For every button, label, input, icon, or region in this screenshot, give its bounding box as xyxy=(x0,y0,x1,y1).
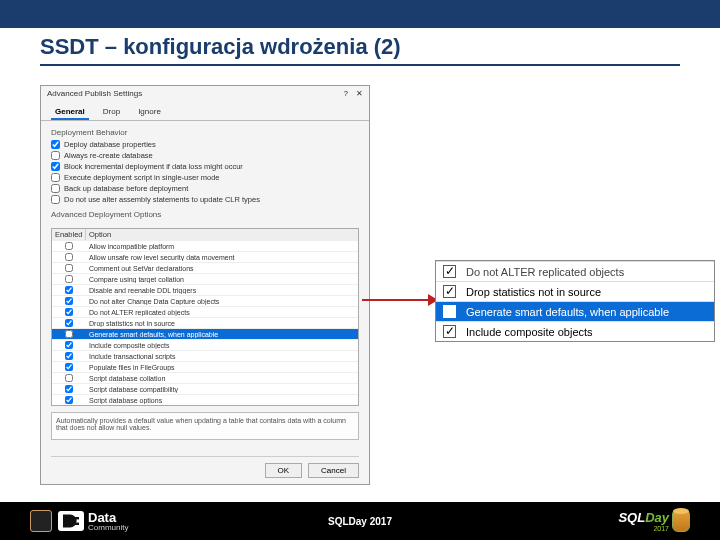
option-label: Script database options xyxy=(86,397,358,404)
behavior-label: Do not use alter assembly statements to … xyxy=(64,195,260,204)
option-row[interactable]: Comment out SetVar declarations xyxy=(52,262,358,273)
option-label: Script database collation xyxy=(86,375,358,382)
behavior-checkbox[interactable] xyxy=(51,151,60,160)
database-icon xyxy=(672,510,690,532)
option-row[interactable]: Include composite objects xyxy=(52,339,358,350)
behavior-label: Back up database before deployment xyxy=(64,184,188,193)
behavior-checkbox[interactable] xyxy=(51,140,60,149)
behavior-row: Always re-create database xyxy=(51,151,359,160)
behavior-checkbox[interactable] xyxy=(51,173,60,182)
option-row[interactable]: Script database compatibility xyxy=(52,383,358,394)
option-label: Allow unsafe row level security data mov… xyxy=(86,254,358,261)
zoom-label: Generate smart defaults, when applicable xyxy=(462,306,714,318)
zoom-checkbox[interactable] xyxy=(443,285,456,298)
behavior-label: Execute deployment script in single-user… xyxy=(64,173,220,182)
section-advanced-label: Advanced Deployment Options xyxy=(51,210,359,219)
th-enabled: Enabled xyxy=(52,229,86,240)
option-row[interactable]: Generate smart defaults, when applicable xyxy=(52,328,358,339)
option-checkbox[interactable] xyxy=(65,308,73,316)
slide-title: SSDT – konfiguracja wdrożenia (2) xyxy=(0,28,720,60)
option-checkbox[interactable] xyxy=(65,264,73,272)
option-checkbox[interactable] xyxy=(65,352,73,360)
zoom-row[interactable]: Do not ALTER replicated objects xyxy=(436,261,714,281)
option-row[interactable]: Include transactional scripts xyxy=(52,350,358,361)
option-checkbox[interactable] xyxy=(65,253,73,261)
option-label: Comment out SetVar declarations xyxy=(86,265,358,272)
option-checkbox[interactable] xyxy=(65,319,73,327)
slide-top-bar xyxy=(0,0,720,28)
option-checkbox[interactable] xyxy=(65,396,73,404)
option-label: Compare using target collation xyxy=(86,276,358,283)
option-checkbox[interactable] xyxy=(65,286,73,294)
behavior-row: Back up database before deployment xyxy=(51,184,359,193)
tab-drop[interactable]: Drop xyxy=(99,105,124,120)
tab-general[interactable]: General xyxy=(51,105,89,120)
behavior-label: Always re-create database xyxy=(64,151,153,160)
option-label: Populate files in FileGroups xyxy=(86,364,358,371)
option-row[interactable]: Compare using target collation xyxy=(52,273,358,284)
behavior-row: Do not use alter assembly statements to … xyxy=(51,195,359,204)
option-row[interactable]: Script database collation xyxy=(52,372,358,383)
option-checkbox[interactable] xyxy=(65,297,73,305)
option-row[interactable]: Disable and reenable DDL triggers xyxy=(52,284,358,295)
option-checkbox[interactable] xyxy=(65,385,73,393)
dialog-title: Advanced Publish Settings xyxy=(47,89,142,98)
th-option: Option xyxy=(86,229,358,240)
behavior-label: Block incremental deployment if data los… xyxy=(64,162,243,171)
option-row[interactable]: Allow incompatible platform xyxy=(52,240,358,251)
option-help-text: Automatically provides a default value w… xyxy=(51,412,359,440)
option-label: Drop statistics not in source xyxy=(86,320,358,327)
sqlday-sql: SQL xyxy=(618,510,645,525)
ok-button[interactable]: OK xyxy=(265,463,303,478)
zoom-row[interactable]: Drop statistics not in source xyxy=(436,281,714,301)
zoom-checkbox[interactable] xyxy=(443,265,456,278)
zoom-row[interactable]: Generate smart defaults, when applicable xyxy=(436,301,714,321)
option-row[interactable]: Do not ALTER replicated objects xyxy=(52,306,358,317)
zoom-checkbox[interactable] xyxy=(443,325,456,338)
option-label: Allow incompatible platform xyxy=(86,243,358,250)
zoom-checkbox[interactable] xyxy=(443,305,456,318)
option-row[interactable]: Allow unsafe row level security data mov… xyxy=(52,251,358,262)
slide-footer: Data Community SQLDay 2017 SQLDay 2017 xyxy=(0,502,720,540)
zoom-row[interactable]: Include composite objects xyxy=(436,321,714,341)
sqlday-year: 2017 xyxy=(618,525,669,532)
option-checkbox[interactable] xyxy=(65,374,73,382)
advanced-publish-dialog: Advanced Publish Settings ? ✕ General Dr… xyxy=(40,85,370,485)
option-label: Include transactional scripts xyxy=(86,353,358,360)
behavior-checkbox[interactable] xyxy=(51,184,60,193)
option-checkbox[interactable] xyxy=(65,341,73,349)
option-checkbox[interactable] xyxy=(65,330,73,338)
option-row[interactable]: Do not alter Change Data Capture objects xyxy=(52,295,358,306)
data-community-logo: Data Community xyxy=(58,511,128,532)
help-icon[interactable]: ? xyxy=(344,89,348,98)
close-icon[interactable]: ✕ xyxy=(356,89,363,98)
option-row[interactable]: Drop statistics not in source xyxy=(52,317,358,328)
zoom-panel: Do not ALTER replicated objectsDrop stat… xyxy=(435,260,715,342)
zoom-label: Do not ALTER replicated objects xyxy=(462,266,714,278)
footer-badge-icon xyxy=(30,510,52,532)
option-label: Do not ALTER replicated objects xyxy=(86,309,358,316)
option-checkbox[interactable] xyxy=(65,275,73,283)
zoom-label: Include composite objects xyxy=(462,326,714,338)
behavior-row: Block incremental deployment if data los… xyxy=(51,162,359,171)
title-rule xyxy=(40,64,680,66)
cancel-button[interactable]: Cancel xyxy=(308,463,359,478)
option-row[interactable]: Populate files in FileGroups xyxy=(52,361,358,372)
option-checkbox[interactable] xyxy=(65,363,73,371)
option-label: Include composite objects xyxy=(86,342,358,349)
option-label: Disable and reenable DDL triggers xyxy=(86,287,358,294)
dc-logo-line1: Data xyxy=(88,511,128,524)
behavior-row: Deploy database properties xyxy=(51,140,359,149)
svg-rect-1 xyxy=(73,523,79,525)
advanced-options-table: Enabled Option Allow incompatible platfo… xyxy=(51,228,359,406)
behavior-checkbox[interactable] xyxy=(51,195,60,204)
behavior-label: Deploy database properties xyxy=(64,140,156,149)
option-label: Do not alter Change Data Capture objects xyxy=(86,298,358,305)
behavior-checkbox[interactable] xyxy=(51,162,60,171)
option-row[interactable]: Script database options xyxy=(52,394,358,405)
option-checkbox[interactable] xyxy=(65,242,73,250)
tab-ignore[interactable]: Ignore xyxy=(134,105,165,120)
dc-logo-line2: Community xyxy=(88,524,128,532)
callout-arrow xyxy=(362,296,438,304)
section-behavior-label: Deployment Behavior xyxy=(51,128,359,137)
